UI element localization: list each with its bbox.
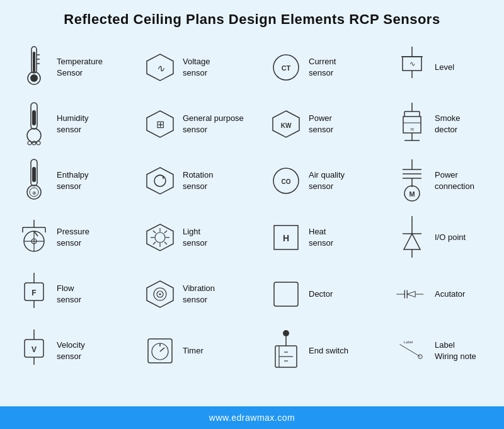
- symbol-humidity: [18, 105, 50, 143]
- svg-point-99: [283, 330, 289, 336]
- svg-text:M: M: [409, 190, 415, 198]
- svg-rect-85: [274, 282, 298, 306]
- svg-text:⊕: ⊕: [32, 190, 37, 196]
- label-air-quality: Air qualitysensor: [309, 169, 345, 192]
- cell-rotation: Rotationsensor: [139, 152, 265, 209]
- label-general-purpose: General purposesensor: [183, 113, 244, 135]
- label-temperature: TemperatureSensor: [57, 56, 103, 78]
- cell-voltage: ∿ Voltagesensor: [139, 39, 265, 96]
- label-heat: Heatsensor: [309, 226, 333, 248]
- main-content: Reflected Ceiling Plans Design Elements …: [0, 0, 504, 406]
- page-title: Reflected Ceiling Plans Design Elements …: [13, 11, 491, 28]
- symbol-wiring-note: Label: [396, 332, 428, 370]
- label-rotation: Rotationsensor: [183, 169, 213, 192]
- svg-line-70: [153, 242, 156, 244]
- svg-text:CT: CT: [282, 64, 291, 72]
- svg-point-18: [28, 141, 32, 145]
- label-light: Lightsensor: [183, 226, 207, 248]
- label-velocity: Velocitysensor: [57, 340, 85, 362]
- symbol-temperature: [18, 49, 50, 86]
- cell-actuator: Acutator: [391, 266, 504, 323]
- cell-timer: Timer: [139, 323, 265, 379]
- cell-dector: Dector: [265, 266, 391, 323]
- symbol-end-switch: [270, 332, 302, 370]
- label-power-connection: Powerconnection: [435, 169, 474, 192]
- label-enthalpy: Enthalpysensor: [57, 169, 89, 192]
- symbol-flow: F: [18, 275, 50, 313]
- symbol-rotation: [144, 162, 176, 200]
- cell-heat: H Heatsensor: [265, 209, 391, 266]
- svg-point-41: [154, 175, 166, 186]
- svg-rect-2: [33, 52, 35, 72]
- cell-light: Lightsensor: [139, 209, 265, 266]
- svg-text:V: V: [32, 345, 37, 354]
- svg-line-68: [164, 242, 167, 244]
- symbol-timer: [144, 332, 176, 370]
- svg-point-19: [32, 141, 36, 145]
- svg-text:⊞: ⊞: [156, 119, 164, 130]
- svg-marker-40: [147, 168, 173, 194]
- svg-text:∿: ∿: [410, 60, 415, 67]
- label-smoke: Smokedector: [435, 113, 460, 135]
- label-wiring-note: LabelWiring note: [435, 340, 476, 362]
- svg-text:KW: KW: [281, 122, 292, 129]
- cell-general-purpose: ⊞ General purposesensor: [139, 96, 265, 152]
- label-power-sensor: Powersensor: [309, 113, 333, 135]
- cell-flow: F Flowsensor: [13, 266, 139, 323]
- cell-pressure: Pressuresensor: [13, 209, 139, 266]
- cell-current: CT Currentsensor: [265, 39, 391, 96]
- cell-wiring-note: Label LabelWiring note: [391, 323, 504, 379]
- svg-marker-75: [404, 234, 420, 249]
- label-actuator: Acutator: [435, 289, 465, 300]
- symbol-grid: TemperatureSensor ∿ Voltagesensor CT Cur…: [13, 39, 491, 379]
- label-level: Level: [435, 62, 454, 73]
- symbol-smoke: ≈: [396, 105, 428, 143]
- cell-io-point: I/O point: [391, 209, 504, 266]
- svg-text:Label: Label: [404, 340, 413, 344]
- label-dector: Dector: [309, 289, 333, 300]
- symbol-vibration: [144, 275, 176, 313]
- cell-level: ∿ Level: [391, 39, 504, 96]
- label-end-switch: End switch: [309, 345, 348, 357]
- cell-power-connection: M Powerconnection: [391, 152, 504, 209]
- label-io-point: I/O point: [435, 232, 466, 243]
- cell-humidity: Humiditysensor: [13, 96, 139, 152]
- svg-point-20: [37, 141, 40, 145]
- label-pressure: Pressuresensor: [57, 226, 89, 248]
- footer: www.edrawmax.com: [0, 406, 504, 429]
- cell-vibration: Vibrationsensor: [139, 266, 265, 323]
- svg-point-84: [159, 294, 161, 295]
- cell-end-switch: End switch: [265, 323, 391, 379]
- svg-text:H: H: [283, 233, 289, 243]
- symbol-power-sensor: KW: [270, 105, 302, 143]
- symbol-dector: [270, 275, 302, 313]
- svg-rect-37: [32, 167, 36, 182]
- svg-text:F: F: [32, 289, 36, 297]
- label-humidity: Humiditysensor: [57, 113, 89, 135]
- symbol-actuator: [396, 275, 428, 313]
- cell-temperature: TemperatureSensor: [13, 39, 139, 96]
- svg-line-69: [164, 231, 167, 233]
- symbol-pressure: [18, 219, 50, 256]
- svg-point-17: [27, 129, 41, 142]
- label-voltage: Voltagesensor: [183, 56, 210, 78]
- label-flow: Flowsensor: [57, 283, 81, 305]
- cell-power-sensor: KW Powersensor: [265, 96, 391, 152]
- symbol-heat: H: [270, 219, 302, 256]
- symbol-velocity: V: [18, 332, 50, 370]
- cell-velocity: V Velocitysensor: [13, 323, 139, 379]
- svg-point-62: [155, 232, 165, 243]
- svg-text:≈: ≈: [410, 125, 414, 133]
- label-vibration: Vibrationsensor: [183, 283, 215, 305]
- cell-smoke: ≈ Smokedector: [391, 96, 504, 152]
- label-current: Currentsensor: [309, 56, 336, 78]
- footer-text: www.edrawmax.com: [209, 413, 295, 423]
- label-timer: Timer: [183, 345, 203, 357]
- svg-text:CO: CO: [282, 178, 291, 185]
- svg-marker-89: [407, 291, 415, 297]
- symbol-current: CT: [270, 49, 302, 86]
- symbol-voltage: ∿: [144, 49, 176, 86]
- symbol-air-quality: CO: [270, 162, 302, 200]
- symbol-io-point: [396, 219, 428, 256]
- symbol-enthalpy: ⊕: [18, 162, 50, 200]
